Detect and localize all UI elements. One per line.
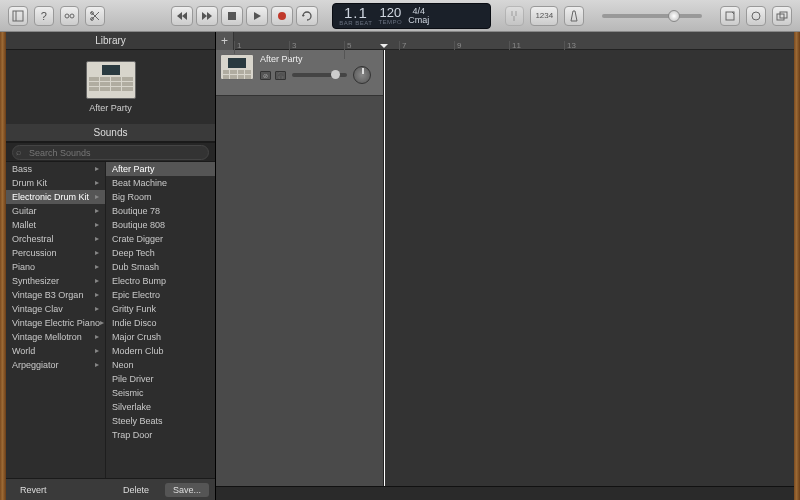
notepad-button[interactable] [720,6,740,26]
search-input[interactable] [12,145,209,160]
track-header[interactable]: After Party⊘🎧 [216,50,383,96]
lcd-key: Cmaj [408,16,429,25]
library-panel: Library After Party Sounds ⌕ Bass▸Drum K… [6,32,216,500]
ruler-tick: 5 [344,41,351,59]
lcd-display[interactable]: 1.1BAR BEAT 120TEMPO 4/4Cmaj [332,3,490,29]
track-headers: After Party⊘🎧 [216,50,384,486]
count-in-button[interactable]: 1234 [530,6,558,26]
stop-button[interactable] [221,6,243,26]
horizontal-scrollbar[interactable] [216,486,794,500]
add-track-button[interactable]: + [216,32,234,50]
category-item[interactable]: Vintage Electric Piano▸ [6,316,105,330]
library-preview-name: After Party [89,103,132,113]
volume-thumb[interactable] [668,10,680,22]
preset-list[interactable]: After PartyBeat MachineBig RoomBoutique … [106,162,215,478]
category-item[interactable]: World▸ [6,344,105,358]
editors-button[interactable] [85,6,105,26]
record-button[interactable] [271,6,293,26]
preset-item[interactable]: Seismic [106,386,215,400]
chevron-right-icon: ▸ [100,316,104,330]
metronome-button[interactable] [564,6,584,26]
library-footer: Revert Delete Save... [6,478,215,500]
revert-button[interactable]: Revert [12,483,55,497]
category-item[interactable]: Bass▸ [6,162,105,176]
preset-item[interactable]: Deep Tech [106,246,215,260]
save-button[interactable]: Save... [165,483,209,497]
category-item[interactable]: Percussion▸ [6,246,105,260]
playhead[interactable] [384,50,385,486]
library-toggle-button[interactable] [8,6,28,26]
preset-item[interactable]: Electro Bump [106,274,215,288]
play-icon [251,10,263,22]
track-volume-slider[interactable] [292,73,347,77]
lcd-tempo: 120 [379,6,401,19]
mute-button[interactable]: ⊘ [260,71,271,80]
preset-item[interactable]: Epic Electro [106,288,215,302]
svg-point-9 [752,12,760,20]
category-item[interactable]: Synthesizer▸ [6,274,105,288]
question-icon: ? [41,10,47,22]
tracks-toolbar: + 135791113 [216,32,794,50]
solo-button[interactable]: 🎧 [275,71,286,80]
pan-knob[interactable] [353,66,371,84]
category-item[interactable]: Vintage B3 Organ▸ [6,288,105,302]
media-browser-button[interactable] [772,6,792,26]
library-icon [12,10,24,22]
stop-icon [226,10,238,22]
category-item[interactable]: Mallet▸ [6,218,105,232]
forward-button[interactable] [196,6,218,26]
delete-button[interactable]: Delete [115,483,157,497]
chevron-right-icon: ▸ [95,176,99,190]
chevron-right-icon: ▸ [95,274,99,288]
library-search: ⌕ [6,142,215,162]
preset-item[interactable]: Pile Driver [106,372,215,386]
chevron-right-icon: ▸ [95,204,99,218]
master-volume-slider[interactable] [602,14,702,18]
category-item[interactable]: Vintage Clav▸ [6,302,105,316]
smart-controls-button[interactable] [60,6,80,26]
preset-item[interactable]: Steely Beats [106,414,215,428]
chevron-right-icon: ▸ [95,246,99,260]
category-item[interactable]: Drum Kit▸ [6,176,105,190]
preset-item[interactable]: Silverlake [106,400,215,414]
preset-item[interactable]: Trap Door [106,428,215,442]
tuning-fork-icon [508,10,520,22]
preset-item[interactable]: Major Crush [106,330,215,344]
preset-item[interactable]: Dub Smash [106,260,215,274]
preset-item[interactable]: Crate Digger [106,232,215,246]
preset-item[interactable]: Beat Machine [106,176,215,190]
scissors-icon [89,10,101,22]
preset-item[interactable]: Indie Disco [106,316,215,330]
rewind-button[interactable] [171,6,193,26]
chevron-right-icon: ▸ [95,330,99,344]
play-button[interactable] [246,6,268,26]
category-item[interactable]: Piano▸ [6,260,105,274]
tuner-button[interactable] [505,6,525,26]
quick-help-button[interactable]: ? [34,6,54,26]
preset-item[interactable]: Gritty Funk [106,302,215,316]
svg-rect-0 [13,11,23,21]
svg-rect-6 [228,12,236,20]
rewind-icon [176,10,188,22]
chevron-right-icon: ▸ [95,288,99,302]
chevron-right-icon: ▸ [95,218,99,232]
loops-button[interactable] [746,6,766,26]
regions-area[interactable] [384,50,794,486]
chevron-right-icon: ▸ [95,190,99,204]
preset-item[interactable]: Neon [106,358,215,372]
chevron-right-icon: ▸ [95,358,99,372]
category-item[interactable]: Guitar▸ [6,204,105,218]
preset-item[interactable]: After Party [106,162,215,176]
preset-item[interactable]: Boutique 78 [106,204,215,218]
preset-item[interactable]: Big Room [106,190,215,204]
cycle-button[interactable] [296,6,318,26]
category-item[interactable]: Electronic Drum Kit▸ [6,190,105,204]
category-item[interactable]: Arpeggiator▸ [6,358,105,372]
category-item[interactable]: Orchestral▸ [6,232,105,246]
drum-machine-icon [86,61,136,99]
category-item[interactable]: Vintage Mellotron▸ [6,330,105,344]
preset-item[interactable]: Modern Club [106,344,215,358]
category-list[interactable]: Bass▸Drum Kit▸Electronic Drum Kit▸Guitar… [6,162,106,478]
preset-item[interactable]: Boutique 808 [106,218,215,232]
note-icon [724,10,736,22]
